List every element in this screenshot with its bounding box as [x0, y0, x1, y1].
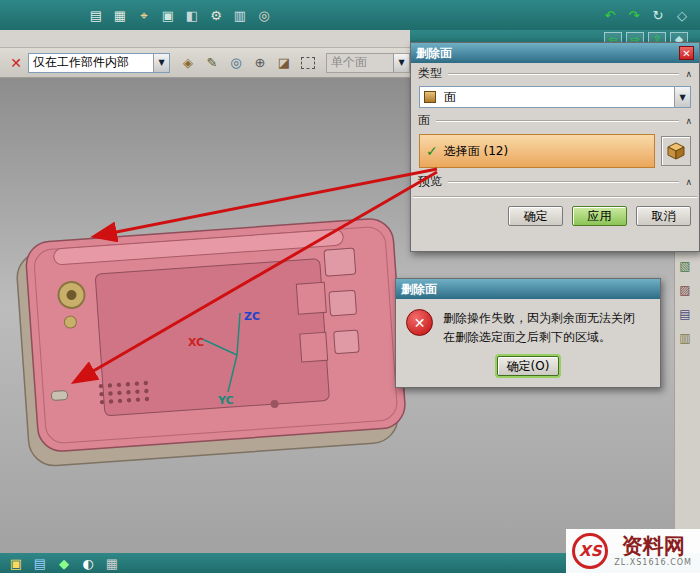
watermark: XS 资料网 ZL.XS1616.COM — [566, 529, 700, 573]
delete-face-error-dialog: 删除面 ✕ 删除操作失败，因为剩余面无法关闭在删除选定面之后剩下的区域。 确定(… — [395, 278, 661, 388]
status-bar-icons: ▣▤◆◐▦ — [4, 554, 124, 572]
face-type-icon — [424, 91, 436, 103]
chevron-down-icon[interactable]: ▼ — [153, 54, 169, 72]
new-window-icon[interactable]: ▤ — [87, 6, 105, 24]
ok-button[interactable]: 确定 — [508, 206, 563, 226]
face-section-header[interactable]: 面 ∧ — [411, 110, 699, 131]
assembly-navigator-icon[interactable]: ▧ — [675, 256, 695, 276]
axis-label-yc: YC — [217, 394, 234, 407]
collapse-icon[interactable]: ∧ — [685, 116, 692, 126]
status-layers-icon[interactable]: ▤ — [31, 554, 49, 572]
type-section-label: 类型 — [418, 65, 442, 82]
face-section-label: 面 — [418, 112, 430, 129]
redo-icon[interactable]: ↷ — [625, 6, 643, 24]
collapse-icon[interactable]: ∧ — [685, 69, 692, 79]
undo-icon[interactable]: ↶ — [601, 6, 619, 24]
main-toolbar-icons: ▤▦⌖▣◧⚙▥◎ — [84, 6, 276, 24]
face-select-cube-button[interactable] — [661, 136, 691, 166]
face-type-value: 面 — [440, 89, 674, 106]
refresh-view-icon[interactable]: ↻ — [649, 6, 667, 24]
layout-grid-icon[interactable]: ▦ — [111, 6, 129, 24]
cancel-button[interactable]: 取消 — [636, 206, 691, 226]
watermark-site-name: 资料网 — [622, 535, 685, 558]
part-navigator-icon[interactable]: ▤ — [675, 304, 695, 324]
collapse-icon[interactable]: ∧ — [685, 177, 692, 187]
side-slot — [51, 391, 68, 401]
apply-button[interactable]: 应用 — [572, 206, 627, 226]
watermark-logo: XS — [572, 533, 608, 569]
cube-icon — [666, 141, 686, 161]
status-cube-icon[interactable]: ▣ — [7, 554, 25, 572]
dialog-title: 删除面 — [416, 45, 452, 62]
layers-icon[interactable]: ▥ — [231, 6, 249, 24]
delete-face-dialog-titlebar[interactable]: 删除面 ✕ — [411, 43, 699, 63]
reuse-library-icon[interactable]: ▥ — [675, 328, 695, 348]
sketch-icon[interactable]: ▣ — [159, 6, 177, 24]
face-rule-value: 单个面 — [327, 54, 393, 71]
error-message: 删除操作失败，因为剩余面无法关闭在删除选定面之后剩下的区域。 — [443, 309, 643, 346]
check-icon: ✓ — [426, 143, 438, 159]
delete-face-dialog: 删除面 ✕ 类型 ∧ 面 ▼ 面 ∧ ✓ 选择面 (12) — [410, 42, 700, 252]
error-ok-button[interactable]: 确定(O) — [497, 356, 559, 376]
error-dialog-title: 删除面 — [401, 281, 437, 298]
datum-csys-icon[interactable]: ⌖ — [135, 6, 153, 24]
preview-section-label: 预览 — [418, 173, 442, 190]
resource-bar: ▧▨▤▥ — [674, 250, 700, 553]
selection-toolbar-icons: ◈✎◎⊕◪ — [176, 54, 296, 72]
main-toolbar-right-icons: ↶↷↻◇ — [598, 0, 694, 30]
status-view-icon[interactable]: ◐ — [79, 554, 97, 572]
status-sheet-icon[interactable]: ▦ — [103, 554, 121, 572]
snap-point-icon[interactable]: ◈ — [179, 54, 197, 72]
axis-label-xc: XC — [188, 336, 204, 349]
select-face-row[interactable]: ✓ 选择面 (12) — [419, 134, 655, 168]
settings-gear-icon[interactable]: ⚙ — [207, 6, 225, 24]
magnify-icon[interactable]: ⊕ — [251, 54, 269, 72]
selection-scope-dropdown[interactable]: 仅在工作部件内部 ▼ — [28, 53, 170, 73]
axis-label-zc: ZC — [244, 310, 260, 323]
preview-section-header[interactable]: 预览 ∧ — [411, 171, 699, 192]
cycle-selection-icon[interactable]: ◎ — [227, 54, 245, 72]
face-type-dropdown[interactable]: 面 ▼ — [419, 86, 691, 108]
face-rule-dropdown: 单个面 ▼ — [326, 53, 410, 73]
info-icon[interactable]: ◎ — [255, 6, 273, 24]
error-dialog-titlebar[interactable]: 删除面 — [396, 279, 660, 299]
extrude-icon[interactable]: ◧ — [183, 6, 201, 24]
close-icon[interactable]: ✕ — [679, 46, 694, 60]
error-icon: ✕ — [406, 309, 433, 336]
nx-window: ▤▦⌖▣◧⚙▥◎ ↶↷↻◇ ⇦⇨⇧◆ ✕ 仅在工作部件内部 ▼ ◈✎◎⊕◪ 单个… — [0, 0, 700, 573]
selection-scope-value: 仅在工作部件内部 — [29, 54, 153, 71]
highlight-face-icon[interactable]: ◪ — [275, 54, 293, 72]
rectangle-select-icon[interactable] — [301, 57, 315, 69]
fit-view-icon[interactable]: ◇ — [673, 6, 691, 24]
resource-bar-icons: ▧▨▤▥ — [675, 254, 700, 350]
constraint-navigator-icon[interactable]: ▨ — [675, 280, 695, 300]
chevron-down-icon[interactable]: ▼ — [674, 87, 690, 107]
status-axis-icon[interactable]: ◆ — [55, 554, 73, 572]
edit-curve-icon[interactable]: ✎ — [203, 54, 221, 72]
chevron-down-icon: ▼ — [393, 54, 409, 72]
select-face-label: 选择面 (12) — [444, 143, 508, 160]
watermark-url: ZL.XS1616.COM — [614, 558, 692, 567]
type-section-header[interactable]: 类型 ∧ — [411, 63, 699, 84]
clear-selection-icon[interactable]: ✕ — [7, 54, 25, 72]
main-toolbar: ▤▦⌖▣◧⚙▥◎ ↶↷↻◇ — [0, 0, 700, 30]
